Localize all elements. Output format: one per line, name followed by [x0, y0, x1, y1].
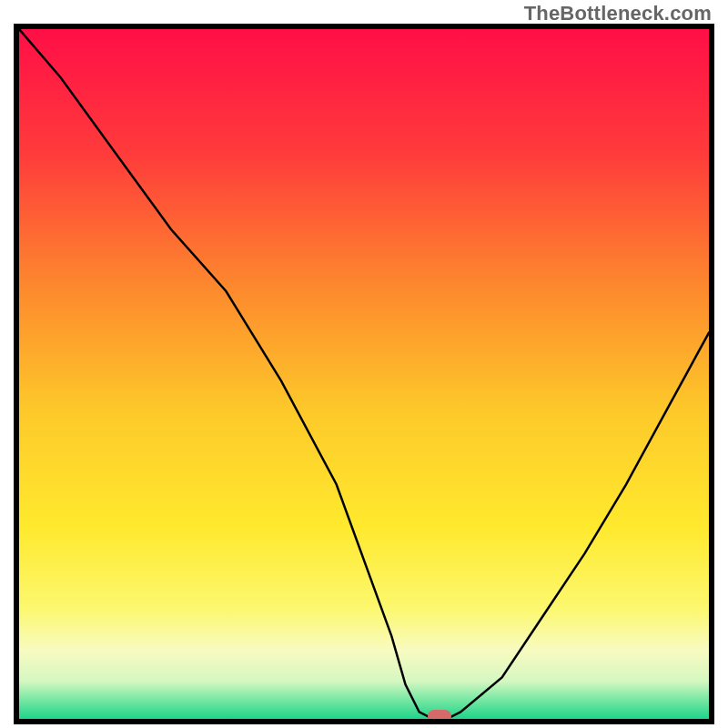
chart-container: TheBottleneck.com: [0, 0, 728, 728]
plot-area: [14, 24, 714, 724]
watermark-text: TheBottleneck.com: [524, 2, 712, 25]
bottleneck-curve: [19, 29, 709, 719]
optimal-marker: [428, 710, 451, 723]
